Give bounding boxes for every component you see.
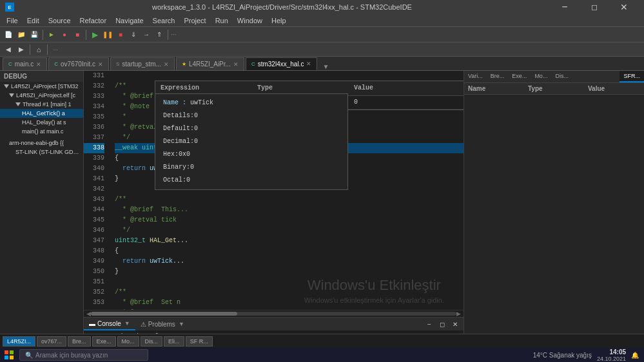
panel-minimize-btn[interactable]: − (424, 318, 435, 330)
open-btn[interactable]: 📁 (15, 29, 27, 41)
sidebar-main[interactable]: main() at main.c (0, 127, 83, 136)
new-file-btn[interactable]: 📄 (3, 29, 14, 41)
suspend-btn[interactable]: ❚❚ (102, 29, 113, 41)
tab-close-ov7670[interactable]: ✕ (98, 61, 103, 68)
bottom-tabs: ▬ Console ▼ ⚠ Problems ▼ − ◻ ✕ (84, 318, 463, 330)
start-button[interactable] (3, 348, 15, 361)
tab-overflow[interactable]: ▼ (318, 63, 333, 70)
windows-logo (5, 350, 14, 359)
watch-header-type: Type (524, 83, 584, 94)
toolbar-1: 📄 📁 💾 ► ● ■ ▶ ❚❚ ■ ⇓ → ⇑ ··· (0, 27, 644, 43)
right-tab-modules[interactable]: Mo... (531, 71, 551, 82)
resume-btn[interactable]: ▶ (89, 29, 101, 41)
sidebar-hal-gettick[interactable]: HAL_GetTick() a (0, 109, 83, 118)
notification-btn[interactable]: 🔔 (631, 352, 639, 359)
sidebar-elf[interactable]: L4R5ZI_AiProject.elf [c (0, 91, 83, 100)
code-line-350: } (115, 267, 463, 277)
prev-btn[interactable]: ◀ (3, 44, 14, 55)
problems-menu-btn[interactable]: ▼ (179, 321, 184, 327)
step-over-btn[interactable]: → (141, 29, 152, 41)
build-btn[interactable]: ► (46, 29, 57, 41)
menu-window[interactable]: Window (233, 15, 266, 26)
sidebar-thread[interactable]: Thread #1 [main] 1 (0, 100, 83, 109)
tab-console[interactable]: ▬ Console ▼ (84, 318, 135, 330)
step-out-btn[interactable]: ⇑ (153, 29, 165, 41)
right-tab-sfr[interactable]: SFR... (620, 71, 644, 82)
save-btn[interactable]: 💾 (28, 29, 40, 41)
taskbar-tab-ov7670[interactable]: ov767... (37, 336, 66, 347)
tab-label3: startup_stm... (122, 61, 161, 68)
menu-refactor[interactable]: Refactor (76, 15, 111, 26)
name-value: uwTick (190, 99, 213, 106)
right-tab-breakpoints[interactable]: Bre... (487, 71, 509, 82)
menubar: File Edit Source Refactor Navigate Searc… (0, 14, 644, 27)
panel-close-btn[interactable]: ✕ (449, 318, 461, 330)
terminate-btn[interactable]: ■ (115, 29, 126, 41)
taskbar-tab-active[interactable]: L4R5ZI... (3, 336, 35, 347)
tab-close-proj[interactable]: ✕ (233, 61, 239, 68)
taskbar-tab-bre[interactable]: Bre... (68, 336, 91, 347)
scroll-left-btn[interactable]: ◀ (86, 310, 91, 317)
sidebar-gdb[interactable]: arm-none-eabi-gdb {{ (0, 138, 83, 148)
sep1 (43, 30, 43, 40)
tab-startup[interactable]: S startup_stm... ✕ (110, 57, 175, 70)
clock: 14:05 24.10.2021 (597, 348, 626, 362)
step-into-btn[interactable]: ⇓ (128, 29, 139, 41)
sidebar-hal-delay[interactable]: HAL_Delay() at s (0, 118, 83, 127)
panel-maximize-btn[interactable]: ◻ (436, 318, 448, 330)
problems-icon: ⚠ (141, 321, 146, 328)
maximize-btn[interactable]: ◻ (580, 0, 609, 14)
taskbar-tab-exe[interactable]: Exe... (92, 336, 116, 347)
menu-navigate[interactable]: Navigate (112, 15, 147, 26)
tab-close-hal[interactable]: ✕ (306, 61, 311, 67)
sub-tooltip-details: Details:0 (155, 110, 347, 122)
taskbar-tab-sfr[interactable]: SF R... (186, 336, 213, 347)
right-tab-expressions[interactable]: Exe... (508, 71, 531, 82)
menu-run[interactable]: Run (211, 15, 232, 26)
tab-ov7670[interactable]: C ov7670Init.c ✕ (48, 57, 109, 70)
tab-project[interactable]: ★ L4R5ZI_AiPr... ✕ (176, 57, 244, 70)
sidebar-project[interactable]: L4R5ZI_AiProject [STM32 (0, 82, 83, 91)
right-tab-variables[interactable]: Vari... (464, 71, 487, 82)
menu-search[interactable]: Search (149, 15, 179, 26)
tab-main-c[interactable]: C main.c ✕ (3, 57, 47, 70)
home-btn[interactable]: ⌂ (33, 44, 44, 55)
menu-source[interactable]: Source (44, 15, 75, 26)
search-bar[interactable]: 🔍 Aramak için buraya yazın (19, 349, 148, 361)
menu-project[interactable]: Project (180, 15, 210, 26)
editor-area[interactable]: 331 332 333 334 335 336 337 338 339 340 … (84, 71, 463, 362)
console-label: Console (97, 320, 121, 327)
scroll-right-btn[interactable]: ▶ (456, 310, 461, 317)
tab-label4: L4R5ZI_AiPr... (189, 61, 231, 68)
menu-file[interactable]: File (3, 15, 22, 26)
menu-edit[interactable]: Edit (23, 15, 43, 26)
stop-btn[interactable]: ■ (72, 29, 83, 41)
sidebar-stlink[interactable]: ST-LINK (ST-LINK GDB S (0, 148, 83, 157)
scroll-track[interactable] (91, 312, 456, 316)
minimize-btn[interactable]: − (550, 0, 580, 14)
h-scrollbar[interactable]: ◀ ▶ (84, 310, 463, 317)
menu-help[interactable]: Help (268, 15, 290, 26)
debug-btn[interactable]: ● (59, 29, 70, 41)
tab-spacer (190, 318, 421, 330)
console-menu-btn[interactable]: ▼ (124, 320, 130, 327)
taskbar-tab-mo[interactable]: Mo... (117, 336, 139, 347)
right-tab-disassembly[interactable]: Dis... (551, 71, 572, 82)
panel-controls: − ◻ ✕ (421, 318, 463, 330)
tab-hal[interactable]: C stm32l4xx_hal.c ✕ (246, 57, 317, 70)
close-btn[interactable]: ✕ (609, 0, 639, 14)
tab-problems[interactable]: ⚠ Problems ▼ (135, 318, 190, 330)
tab-close-startup[interactable]: ✕ (164, 61, 169, 68)
code-editor[interactable]: /** * @brief Provide a tick value in mil… (110, 71, 463, 310)
tab-proj-icon: ★ (182, 61, 186, 67)
scroll-thumb[interactable] (91, 312, 237, 316)
code-line-346: */ (115, 225, 463, 236)
clock-time: 14:05 (609, 348, 626, 356)
next-btn[interactable]: ▶ (15, 44, 27, 55)
problems-label: Problems (148, 321, 175, 328)
clock-date: 24.10.2021 (597, 356, 626, 362)
taskbar-tab-dis[interactable]: Dis... (141, 336, 163, 347)
sep2 (86, 30, 86, 40)
taskbar-tab-eli[interactable]: Eli... (164, 336, 184, 347)
tab-close-main[interactable]: ✕ (36, 61, 41, 68)
